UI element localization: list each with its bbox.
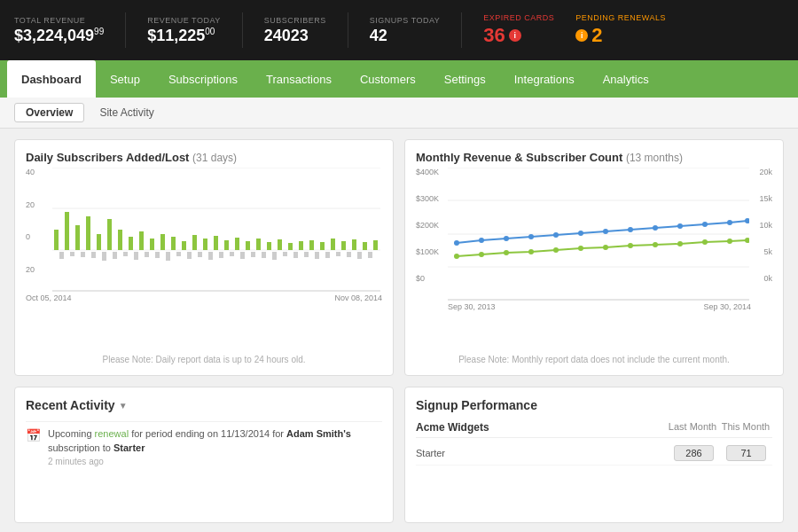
- daily-chart-title: Daily Subscribers Added/Lost (31 days): [26, 151, 382, 164]
- svg-rect-56: [331, 239, 335, 250]
- alert-expired-cards: Expired Cards 36 i: [483, 13, 554, 47]
- svg-rect-37: [230, 252, 234, 256]
- monthly-y-right-15k: 15k: [759, 194, 772, 203]
- perf-company-name: Acme Widgets: [416, 421, 666, 434]
- sub-nav: Overview Site Activity: [0, 98, 798, 129]
- nav-bar: Dashboard Setup Subscriptions Transactio…: [0, 60, 798, 98]
- svg-rect-50: [299, 241, 303, 250]
- svg-rect-15: [113, 252, 117, 259]
- svg-point-89: [603, 245, 608, 250]
- svg-rect-35: [219, 252, 223, 258]
- svg-rect-19: [134, 252, 138, 260]
- svg-point-82: [745, 218, 749, 223]
- monthly-chart-dates: Sep 30, 2013 Sep 30, 2014: [416, 302, 772, 311]
- monthly-y-right-20k: 20k: [759, 168, 772, 176]
- monthly-revenue-chart-card: Monthly Revenue & Subscriber Count (13 m…: [404, 139, 784, 376]
- svg-rect-34: [214, 236, 218, 250]
- daily-chart-dates: Oct 05, 2014 Nov 08, 2014: [26, 293, 382, 302]
- stats-bar: Total Revenue $3,224,04999 Revenue Today…: [0, 0, 798, 60]
- stat-signups-today: Signups Today 42: [370, 16, 441, 45]
- svg-rect-54: [320, 242, 325, 250]
- svg-point-73: [528, 234, 534, 239]
- svg-rect-27: [176, 252, 181, 256]
- svg-rect-41: [251, 252, 255, 257]
- tab-customers[interactable]: Customers: [346, 60, 430, 98]
- stat-divider-3: [348, 12, 348, 48]
- daily-chart-note: Please Note: Daily report data is up to …: [26, 355, 382, 364]
- daily-bar-chart-svg: [52, 168, 380, 292]
- svg-point-78: [653, 225, 658, 231]
- stat-subscribers-value: 24023: [264, 27, 326, 45]
- perf-starter-last-month[interactable]: 286: [674, 445, 714, 461]
- svg-point-80: [702, 222, 708, 227]
- svg-rect-62: [363, 242, 367, 250]
- svg-rect-33: [208, 252, 213, 260]
- svg-rect-18: [129, 237, 133, 250]
- svg-rect-60: [352, 239, 356, 250]
- perf-table-header: Acme Widgets Last Month This Month: [416, 421, 772, 438]
- svg-rect-12: [97, 234, 101, 250]
- daily-subscribers-chart-card: Daily Subscribers Added/Lost (31 days) 4…: [14, 139, 394, 376]
- monthly-chart-area: $400K $300K $200K $100K $0 20k 15k 10k 5…: [416, 168, 772, 351]
- tab-analytics[interactable]: Analytics: [589, 60, 663, 98]
- svg-point-70: [454, 240, 459, 246]
- perf-row-starter: Starter 286 71: [416, 442, 772, 466]
- stat-total-revenue-value: $3,224,04999: [14, 27, 104, 45]
- svg-rect-29: [187, 252, 192, 259]
- monthly-chart-title: Monthly Revenue & Subscriber Count (13 m…: [416, 151, 772, 164]
- tab-dashboard[interactable]: Dashboard: [7, 60, 96, 98]
- svg-point-86: [528, 249, 534, 254]
- svg-rect-23: [155, 252, 160, 258]
- svg-rect-48: [288, 243, 293, 250]
- svg-rect-52: [309, 240, 314, 250]
- svg-point-85: [504, 250, 509, 255]
- tab-transactions[interactable]: Transactions: [252, 60, 346, 98]
- recent-activity-card: Recent Activity ▼ 📅 Upcoming renewal for…: [14, 387, 394, 523]
- alert-pending-renewals-label: Pending Renewals: [575, 13, 666, 22]
- alert-pending-renewals-value: i 2: [575, 24, 666, 47]
- signup-performance-title: Signup Performance: [416, 398, 772, 412]
- svg-point-76: [603, 229, 608, 234]
- svg-rect-22: [150, 239, 154, 250]
- svg-rect-11: [91, 252, 96, 258]
- svg-rect-10: [86, 216, 90, 250]
- pending-renewals-info-icon[interactable]: i: [575, 29, 588, 42]
- calendar-icon: 📅: [26, 428, 41, 442]
- renewal-link[interactable]: renewal: [95, 428, 129, 439]
- svg-rect-32: [203, 239, 207, 250]
- svg-rect-58: [341, 241, 346, 250]
- svg-point-84: [479, 252, 484, 257]
- stat-divider-4: [461, 12, 462, 48]
- monthly-date-end: Sep 30, 2014: [703, 302, 751, 311]
- recent-activity-title: Recent Activity ▼: [26, 398, 382, 412]
- stat-total-revenue: Total Revenue $3,224,04999: [14, 16, 104, 45]
- stat-divider-1: [125, 12, 126, 48]
- expired-cards-info-icon[interactable]: i: [509, 29, 521, 42]
- svg-rect-47: [283, 252, 287, 256]
- perf-starter-this-month[interactable]: 71: [726, 445, 766, 461]
- svg-rect-42: [256, 239, 261, 250]
- svg-rect-14: [107, 219, 112, 250]
- svg-rect-64: [373, 240, 378, 250]
- svg-rect-59: [347, 252, 351, 257]
- activity-item: 📅 Upcoming renewal for period ending on …: [26, 421, 382, 472]
- subtab-overview[interactable]: Overview: [14, 103, 84, 122]
- subtab-site-activity[interactable]: Site Activity: [88, 103, 165, 122]
- monthly-date-start: Sep 30, 2013: [448, 302, 496, 311]
- y-label-neg20: 20: [26, 265, 35, 274]
- perf-starter-name: Starter: [416, 448, 668, 458]
- stat-revenue-today-label: Revenue Today: [147, 16, 221, 25]
- tab-integrations[interactable]: Integrations: [500, 60, 589, 98]
- svg-point-74: [553, 232, 559, 238]
- recent-activity-filter-icon[interactable]: ▼: [119, 401, 128, 411]
- svg-rect-36: [224, 240, 229, 250]
- svg-point-95: [745, 238, 749, 243]
- svg-rect-43: [262, 252, 266, 258]
- svg-rect-31: [198, 252, 202, 257]
- tab-subscriptions[interactable]: Subscriptions: [154, 60, 252, 98]
- svg-rect-7: [70, 252, 74, 256]
- svg-point-81: [727, 220, 732, 225]
- tab-setup[interactable]: Setup: [96, 60, 154, 98]
- y-label-0: 0: [26, 232, 35, 241]
- tab-settings[interactable]: Settings: [430, 60, 500, 98]
